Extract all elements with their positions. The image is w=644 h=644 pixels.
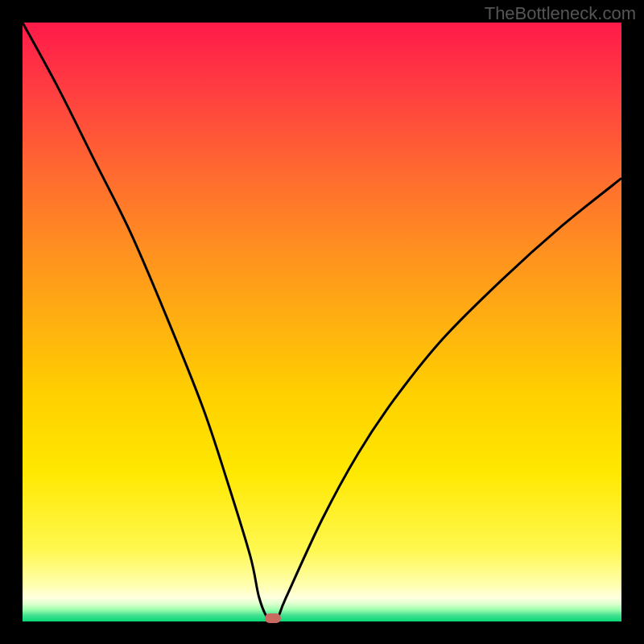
optimal-point-marker: [265, 613, 281, 623]
curve-svg: [23, 23, 621, 621]
watermark-text: TheBottleneck.com: [485, 3, 636, 24]
plot-area: [23, 23, 621, 621]
chart-container: TheBottleneck.com: [0, 0, 644, 644]
bottleneck-curve: [23, 23, 621, 621]
